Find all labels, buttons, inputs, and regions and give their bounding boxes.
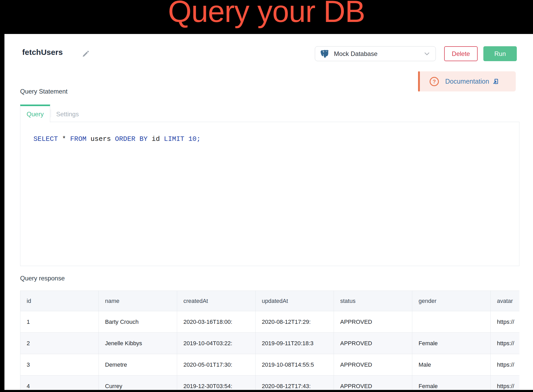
page-banner: Query your DB — [0, 0, 533, 34]
column-header-status: status — [334, 291, 412, 311]
table-cell: Jenelle Kibbys — [99, 333, 177, 354]
tab-query[interactable]: Query — [20, 105, 50, 122]
table-cell: 2020-03-16T18:00: — [177, 311, 256, 333]
sql-token: ORDER — [115, 135, 135, 143]
sql-token: users — [86, 135, 115, 143]
table-cell: 3 — [20, 354, 99, 376]
sql-token: LIMIT — [164, 135, 184, 143]
table-cell: 2 — [20, 333, 99, 354]
table-cell: 1 — [20, 311, 99, 333]
table-cell: APPROVED — [334, 311, 412, 333]
table-cell — [412, 311, 491, 333]
table-cell: https:// — [491, 333, 520, 354]
table-cell: 2019-10-08T14:55:5 — [256, 354, 334, 376]
query-response-label: Query response — [20, 275, 65, 282]
table-cell: 2020-05-01T17:30: — [177, 354, 256, 376]
edit-query-name-button[interactable] — [82, 50, 90, 58]
postgresql-icon — [320, 49, 330, 59]
column-header-gender: gender — [412, 291, 491, 311]
svg-text:?: ? — [433, 79, 436, 84]
table-cell: 4 — [20, 376, 99, 390]
table-cell: 2020-08-12T17:43: — [256, 376, 334, 390]
table-cell: Barty Crouch — [99, 311, 177, 333]
sql-code-line: SELECT * FROM users ORDER BY id LIMIT 10… — [20, 122, 519, 143]
table-cell: APPROVED — [334, 376, 412, 390]
query-response-table-container: idnamecreatedAtupdatedAtstatusgenderavat… — [20, 291, 519, 390]
chevron-down-icon — [424, 50, 430, 57]
question-circle-icon: ? — [429, 76, 439, 87]
table-cell: 2020-08-12T17:29: — [256, 311, 334, 333]
table-cell: Currey — [99, 376, 177, 390]
sql-token — [184, 135, 188, 143]
table-header-row: idnamecreatedAtupdatedAtstatusgenderavat… — [20, 291, 520, 311]
database-select-value: Mock Database — [334, 50, 378, 57]
table-cell: APPROVED — [334, 354, 412, 376]
table-cell: 2019-10-04T03:22: — [177, 333, 256, 354]
table-cell: Male — [412, 354, 491, 376]
column-header-createdAt: createdAt — [177, 291, 256, 311]
table-cell: https:// — [491, 311, 520, 333]
table-row: 4Currey2019-12-30T03:54:2020-08-12T17:43… — [20, 376, 520, 390]
query-statement-label: Query Statement — [20, 88, 67, 95]
table-cell: https:// — [491, 376, 520, 390]
page-title: Query your DB — [0, 0, 533, 28]
documentation-link[interactable]: ? Documentation — [418, 71, 516, 91]
sql-token: SELECT — [33, 135, 58, 143]
column-header-id: id — [20, 291, 99, 311]
table-row: 1Barty Crouch2020-03-16T18:00:2020-08-12… — [20, 311, 520, 333]
external-doc-icon — [492, 78, 499, 85]
table-cell: Demetre — [99, 354, 177, 376]
delete-button[interactable]: Delete — [444, 46, 478, 61]
documentation-label: Documentation — [445, 78, 489, 85]
query-statement-tabs: Query Settings — [20, 105, 84, 122]
query-response-table: idnamecreatedAtupdatedAtstatusgenderavat… — [20, 291, 519, 390]
sql-token: * — [58, 135, 70, 143]
table-row: 2Jenelle Kibbys2019-10-04T03:22:2019-09-… — [20, 333, 520, 354]
tab-settings[interactable]: Settings — [51, 105, 84, 122]
table-row: 3Demetre2020-05-01T17:30:2019-10-08T14:5… — [20, 354, 520, 376]
column-header-updatedAt: updatedAt — [256, 291, 334, 311]
query-name-title: fetchUsers — [22, 48, 63, 57]
app-panel: fetchUsers Mock Database Delete Run — [4, 34, 533, 390]
column-header-name: name — [99, 291, 177, 311]
table-cell: 2019-12-30T03:54: — [177, 376, 256, 390]
table-cell: 2019-09-11T20:18:3 — [256, 333, 334, 354]
sql-editor[interactable]: SELECT * FROM users ORDER BY id LIMIT 10… — [20, 122, 519, 266]
table-cell: APPROVED — [334, 333, 412, 354]
sql-token: 10; — [188, 135, 201, 143]
column-header-avatar: avatar — [491, 291, 520, 311]
table-cell: Female — [412, 376, 491, 390]
sql-token — [135, 135, 140, 143]
pencil-icon — [82, 50, 90, 58]
run-button[interactable]: Run — [483, 46, 517, 61]
table-cell: Female — [412, 333, 491, 354]
sql-token: BY — [140, 135, 148, 143]
table-cell: https:// — [491, 354, 520, 376]
tab-settings-label: Settings — [56, 111, 79, 118]
sql-token: FROM — [70, 135, 86, 143]
database-select[interactable]: Mock Database — [315, 46, 436, 61]
sql-token: id — [148, 135, 164, 143]
tab-query-label: Query — [27, 111, 44, 118]
